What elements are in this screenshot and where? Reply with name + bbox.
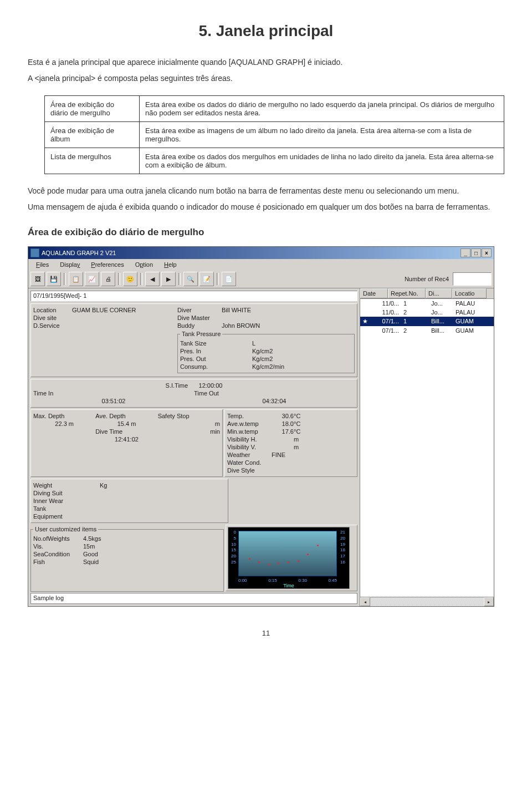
toolbar-button-5[interactable]: 🖨 bbox=[101, 272, 115, 286]
record-count-label: Number of Rec4 bbox=[402, 276, 451, 282]
u-temp: °C bbox=[294, 412, 300, 420]
para-1: Você pode mudar para uma outra janela cl… bbox=[28, 185, 504, 197]
lbl-minwtemp: Min.w.temp bbox=[227, 428, 272, 435]
lbl-equipment: Equipment bbox=[33, 512, 226, 520]
menu-files[interactable]: Files bbox=[30, 260, 54, 269]
lbl-innerwear: Inner Wear bbox=[33, 497, 226, 505]
section-heading: Área de exibição do diário de mergulho bbox=[28, 227, 504, 238]
val-buddy: John BROWN bbox=[222, 322, 260, 329]
scroll-left-icon[interactable]: ◂ bbox=[360, 597, 370, 606]
toolbar-button-8[interactable]: 📝 bbox=[200, 272, 214, 286]
list-row[interactable]: 11/0...2Jo...PALAU bbox=[360, 308, 494, 317]
u-vish: m bbox=[294, 435, 299, 443]
lbl-dservice: D.Service bbox=[33, 322, 177, 329]
u-avewtemp: °C bbox=[294, 420, 300, 428]
cell-r1c2: Esta área exibe os dados do diário de me… bbox=[140, 96, 504, 122]
list-header: Date Repet.No. Di... Locatio bbox=[360, 288, 494, 299]
lbl-weight: Weight bbox=[33, 481, 78, 489]
lbl-location: Location bbox=[33, 306, 72, 314]
lbl-temp: Temp. bbox=[227, 412, 272, 420]
lbl-presin: Pres. In bbox=[180, 347, 219, 355]
list-row[interactable]: ★07/1...1Bill...GUAM bbox=[360, 317, 494, 326]
list-h-scrollbar[interactable]: ◂ ▸ bbox=[360, 597, 494, 606]
window-maximize-button[interactable]: □ bbox=[471, 248, 481, 257]
toolbar-button-1[interactable]: 🖼 bbox=[30, 272, 45, 286]
toolbar-button-6[interactable]: 🙂 bbox=[123, 272, 137, 286]
val-timein: 03:51:02 bbox=[33, 397, 194, 405]
col-repet[interactable]: Repet.No. bbox=[388, 288, 426, 298]
intro-2: A <janela principal> é composta pelas se… bbox=[28, 73, 504, 84]
list-body[interactable]: 11/0...1Jo...PALAU11/0...2Jo...PALAU★07/… bbox=[360, 299, 494, 597]
cell-r2c1: Área de exibição de álbum bbox=[45, 122, 140, 148]
user-custom-group: User customized items No.ofWeights4.5kgs… bbox=[30, 526, 224, 592]
list-row[interactable]: 07/1...2Bill...GUAM bbox=[360, 326, 494, 335]
unit-presout: Kg/cm2 bbox=[252, 355, 273, 363]
val-maxdepth: 22.3 m bbox=[33, 420, 95, 428]
unit-ss-m: m bbox=[158, 420, 220, 428]
toolbar-next-button[interactable]: ▶ bbox=[161, 272, 176, 286]
lbl-divesite: Dive site bbox=[33, 314, 177, 322]
u-visv: m bbox=[294, 443, 299, 451]
toolbar-button-9[interactable]: 📄 bbox=[222, 272, 236, 286]
unit-tanksize: L bbox=[252, 339, 255, 347]
lbl-maxdepth: Max. Depth bbox=[33, 412, 95, 420]
lbl-divestyle: Dive Style bbox=[227, 466, 355, 474]
scroll-right-icon[interactable]: ▸ bbox=[484, 597, 494, 606]
lbl-usercustom: User customized items bbox=[33, 526, 98, 532]
lbl-timein: Time In bbox=[33, 389, 194, 397]
unit-consump: Kg/cm2/min bbox=[252, 363, 284, 370]
col-locatio[interactable]: Locatio bbox=[452, 288, 487, 298]
intro-1: Esta é a janela principal que aparece in… bbox=[28, 57, 504, 68]
menu-display[interactable]: Display bbox=[54, 260, 85, 269]
lbl-avedepth: Ave. Depth bbox=[95, 412, 157, 420]
tank-pressure-group: Tank Pressure Tank SizeL Pres. InKg/cm2 … bbox=[177, 331, 355, 373]
menu-option[interactable]: Option bbox=[130, 260, 158, 269]
graph-xlabel: Time bbox=[283, 583, 294, 588]
dive-graph[interactable]: 0510152025 212019181716 Centigrade 0:000… bbox=[228, 527, 350, 589]
window-minimize-button[interactable]: _ bbox=[461, 248, 470, 257]
graph-plot-area bbox=[238, 531, 337, 576]
val-sitime: 12:00:00 bbox=[199, 382, 223, 389]
lbl-timeout: Time Out bbox=[194, 389, 355, 397]
cell-r2c2: Esta área exibe as imagens de um álbum n… bbox=[140, 122, 504, 148]
val-location: GUAM BLUE CORNER bbox=[72, 306, 136, 314]
menu-help[interactable]: Help bbox=[158, 260, 182, 269]
window-title: AQUALAND GRAPH 2 V21 bbox=[42, 250, 461, 256]
record-count-box bbox=[453, 272, 492, 286]
toolbar-button-2[interactable]: 💾 bbox=[47, 272, 61, 286]
page-number: 11 bbox=[28, 629, 504, 637]
lbl-tanksize: Tank Size bbox=[180, 339, 219, 347]
toolbar-prev-button[interactable]: ◀ bbox=[145, 272, 160, 286]
toolbar-button-4[interactable]: 📈 bbox=[85, 272, 99, 286]
unit-ss-min: min bbox=[158, 428, 220, 435]
val-vis: 15m bbox=[83, 542, 95, 550]
toolbar-button-3[interactable]: 📋 bbox=[69, 272, 83, 286]
val-timeout: 04:32:04 bbox=[194, 397, 355, 405]
log-date-title: 07/19/1995[Wed]- 1 bbox=[30, 291, 357, 301]
graph-x-ticks: 0:000:150:300:45 bbox=[238, 578, 337, 583]
val-avedepth: 15.4 m bbox=[95, 420, 157, 428]
val-seacond: Good bbox=[83, 550, 98, 558]
val-minwtemp: 17.6 bbox=[272, 428, 294, 435]
val-noweights: 4.5kgs bbox=[83, 535, 101, 542]
description-table: Área de exibição do diário de mergulhoEs… bbox=[44, 95, 504, 174]
window-titlebar[interactable]: AQUALAND GRAPH 2 V21 _ □ × bbox=[28, 247, 494, 259]
col-date[interactable]: Date bbox=[360, 288, 388, 298]
u-minwtemp: °C bbox=[294, 428, 300, 435]
lbl-safetystop: Safety Stop bbox=[158, 412, 220, 420]
lbl-buddy: Buddy bbox=[177, 322, 222, 329]
val-fish: Squid bbox=[83, 558, 99, 566]
cell-r3c2: Esta área exibe os dados dos mergulhos e… bbox=[140, 148, 504, 174]
sample-log-field[interactable]: Sample log bbox=[30, 593, 357, 604]
app-window: AQUALAND GRAPH 2 V21 _ □ × Files Display… bbox=[28, 246, 494, 607]
cell-r3c1: Lista de mergulhos bbox=[45, 148, 140, 174]
lbl-noweights: No.ofWeights bbox=[33, 535, 83, 542]
page-title: 5. Janela principal bbox=[28, 22, 504, 40]
menubar: Files Display Preferences Option Help bbox=[28, 259, 494, 270]
list-row[interactable]: 11/0...1Jo...PALAU bbox=[360, 299, 494, 308]
menu-preferences[interactable]: Preferences bbox=[85, 260, 129, 269]
window-close-button[interactable]: × bbox=[482, 248, 492, 257]
lbl-tankpressure: Tank Pressure bbox=[180, 331, 222, 337]
toolbar-button-7[interactable]: 🔍 bbox=[183, 272, 198, 286]
col-di[interactable]: Di... bbox=[426, 288, 452, 298]
